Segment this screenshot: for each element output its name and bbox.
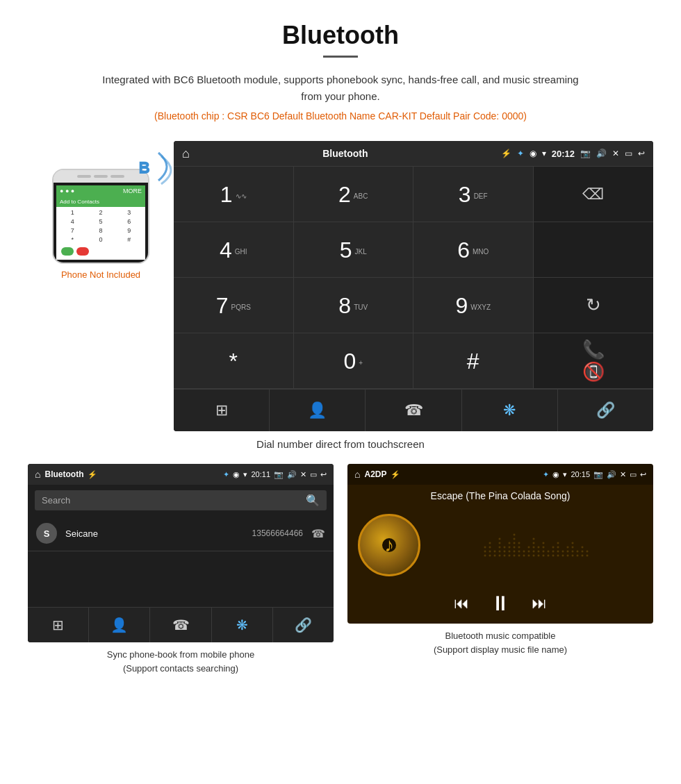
svg-point-35 [527, 550, 530, 553]
svg-point-33 [523, 550, 525, 553]
nav-phone-button[interactable]: ☎ [366, 390, 461, 431]
end-call-button[interactable]: 📵 [582, 361, 605, 383]
dialpad-key-star[interactable]: * [174, 333, 294, 389]
dialpad-key-hash[interactable]: # [413, 333, 534, 389]
svg-point-63 [571, 554, 574, 557]
pb-nav-bluetooth[interactable]: ❋ [212, 608, 273, 642]
music-wifi-icon: ▾ [563, 470, 567, 479]
svg-point-72 [586, 554, 589, 557]
page-specs: (Bluetooth chip : CSR BC6 Default Blueto… [0, 110, 681, 122]
dialpad-key-2[interactable]: 2ABC [294, 167, 414, 222]
music-back-icon[interactable]: ↩ [640, 470, 646, 479]
svg-point-71 [581, 546, 584, 549]
svg-point-67 [576, 554, 579, 557]
svg-point-62 [566, 546, 569, 549]
nav-dialpad-button[interactable]: ⊞ [174, 390, 270, 431]
pb-bottom-nav: ⊞ 👤 ☎ ❋ 🔗 [28, 607, 334, 642]
svg-point-69 [581, 554, 584, 557]
dialpad-key-4[interactable]: 4GHI [174, 222, 294, 278]
title-divider [323, 56, 358, 58]
svg-point-4 [489, 554, 491, 557]
page-title: Bluetooth [0, 0, 681, 56]
svg-point-2 [484, 550, 486, 553]
svg-point-1 [484, 554, 486, 557]
svg-point-23 [513, 550, 516, 553]
dial-screen: ⌂ Bluetooth ⚡ ✦ ◉ ▾ 20:12 📷 🔊 ✕ ▭ ↩ [174, 141, 653, 431]
svg-point-6 [489, 546, 491, 549]
svg-point-10 [498, 554, 501, 557]
pb-vol-icon: 🔊 [287, 470, 297, 479]
usb-icon: ⚡ [501, 149, 511, 158]
home-icon[interactable]: ⌂ [182, 147, 190, 161]
dialpad-cell-backspace[interactable]: ⌫ [534, 167, 654, 222]
redial-icon[interactable]: ↻ [586, 294, 601, 316]
music-song-name: Escape (The Pina Colada Song) [347, 485, 653, 507]
svg-text:ʙ: ʙ [138, 155, 150, 178]
dialpad-key-0[interactable]: 0+ [294, 333, 414, 389]
nav-contacts-button[interactable]: 👤 [270, 390, 366, 431]
window-icon: ▭ [625, 149, 632, 158]
camera-icon: 📷 [580, 149, 591, 158]
music-screen: ⌂ A2DP ⚡ ✦ ◉ ▾ 20:15 📷 🔊 ✕ ▭ ↩ Escape (T… [347, 464, 653, 624]
location-icon: ◉ [530, 149, 536, 158]
svg-point-58 [561, 554, 564, 557]
nav-link-button[interactable]: 🔗 [558, 390, 653, 431]
pb-search-icon[interactable]: 🔍 [306, 494, 320, 507]
svg-point-16 [503, 550, 506, 553]
svg-point-22 [513, 554, 516, 557]
music-waveform [431, 514, 643, 576]
play-pause-button[interactable]: ⏸ [490, 592, 511, 615]
prev-button[interactable]: ⏮ [454, 594, 469, 612]
pb-nav-grid[interactable]: ⊞ [28, 608, 89, 642]
pb-usb-icon: ⚡ [88, 470, 97, 479]
pb-search-bar[interactable]: Search 🔍 [35, 490, 327, 510]
pb-back-icon[interactable]: ↩ [320, 470, 327, 479]
back-icon[interactable]: ↩ [638, 149, 645, 158]
pb-x-icon[interactable]: ✕ [300, 470, 306, 479]
svg-point-29 [518, 550, 520, 553]
svg-point-42 [537, 554, 540, 557]
music-x-icon[interactable]: ✕ [620, 470, 626, 479]
next-button[interactable]: ⏭ [532, 594, 547, 612]
svg-point-41 [532, 537, 535, 540]
pb-nav-phone[interactable]: ☎ [150, 608, 211, 642]
pb-nav-contacts[interactable]: 👤 [89, 608, 150, 642]
dialpad-key-3[interactable]: 3DEF [413, 167, 534, 222]
pb-nav-link[interactable]: 🔗 [273, 608, 334, 642]
music-bt-icon: ✦ [543, 470, 549, 479]
svg-point-38 [532, 550, 535, 553]
music-status-bar: ⌂ A2DP ⚡ ✦ ◉ ▾ 20:15 📷 🔊 ✕ ▭ ↩ [347, 464, 653, 485]
dial-screen-area: ⌂ Bluetooth ⚡ ✦ ◉ ▾ 20:12 📷 🔊 ✕ ▭ ↩ [174, 141, 653, 431]
lower-section: ⌂ Bluetooth ⚡ ✦ ◉ ▾ 20:11 📷 🔊 ✕ ▭ ↩ [0, 464, 681, 675]
dialpad-key-8[interactable]: 8TUV [294, 278, 414, 333]
pb-bt-icon: ✦ [223, 470, 229, 479]
bluetooth-icon: ❋ [503, 401, 516, 419]
music-usb-icon: ⚡ [391, 470, 400, 479]
pb-spacer [28, 551, 334, 607]
music-home-icon[interactable]: ⌂ [354, 469, 360, 480]
dialpad-key-6[interactable]: 6MNO [413, 222, 534, 278]
close-x-icon[interactable]: ✕ [612, 149, 619, 158]
phonebook-item: ⌂ Bluetooth ⚡ ✦ ◉ ▾ 20:11 📷 🔊 ✕ ▭ ↩ [28, 464, 334, 675]
dialpad-cell-redial[interactable]: ↻ [534, 278, 654, 333]
music-location-icon: ◉ [552, 470, 559, 479]
dialpad-key-1[interactable]: 1∿∿ [174, 167, 294, 222]
backspace-icon[interactable]: ⌫ [582, 185, 604, 203]
pb-call-row-icon[interactable]: ☎ [311, 527, 325, 540]
svg-point-31 [518, 542, 520, 544]
dialpad-grid: 1∿∿ 2ABC 3DEF ⌫ 4GHI 5JKL [174, 166, 653, 389]
svg-point-5 [489, 550, 491, 553]
dialpad-key-7[interactable]: 7PQRS [174, 278, 294, 333]
pb-avatar: S [36, 523, 57, 544]
dialpad-key-9[interactable]: 9WXYZ [413, 278, 534, 333]
music-camera-icon: 📷 [593, 470, 603, 479]
call-button[interactable]: 📞 [582, 339, 605, 360]
pb-home-icon[interactable]: ⌂ [35, 469, 40, 480]
music-controls: ⏮ ⏸ ⏭ [347, 583, 653, 624]
svg-point-30 [518, 546, 520, 549]
dialpad-key-5[interactable]: 5JKL [294, 222, 414, 278]
nav-bluetooth-button[interactable]: ❋ [462, 390, 558, 431]
phone-call-button [61, 247, 74, 256]
svg-point-17 [503, 546, 506, 549]
pb-contact-row[interactable]: S Seicane 13566664466 ☎ [28, 516, 334, 551]
